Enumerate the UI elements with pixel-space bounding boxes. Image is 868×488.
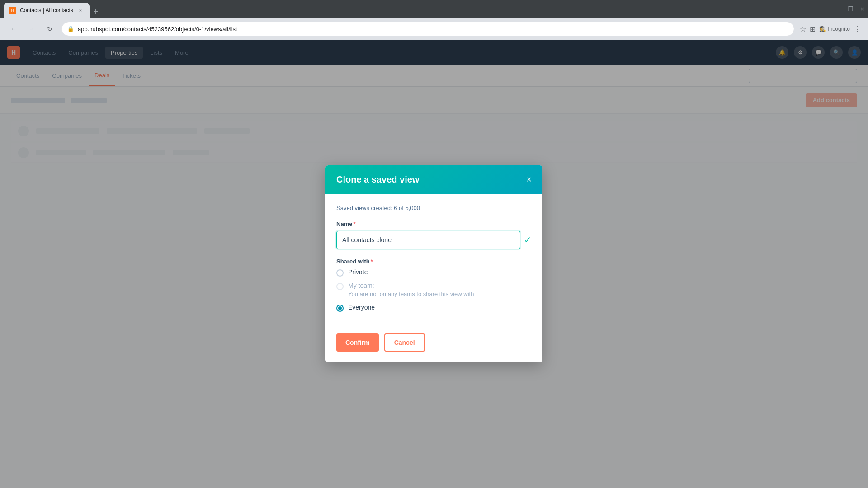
modal-close-button[interactable]: ×: [526, 175, 532, 184]
new-tab-button[interactable]: +: [90, 5, 102, 18]
name-input[interactable]: [336, 231, 520, 249]
shared-with-label: Shared with *: [336, 258, 532, 265]
radio-my-team-sublabel: You are not on any teams to share this v…: [348, 290, 474, 298]
page-content: H Contacts Companies Properties Lists Mo…: [0, 40, 868, 488]
lock-icon: 🔒: [67, 26, 74, 32]
check-icon: ✓: [524, 235, 532, 245]
browser-navbar: ← → ↻ 🔒 app.hubspot.com/contacts/4523956…: [0, 18, 868, 40]
address-bar[interactable]: 🔒 app.hubspot.com/contacts/45239562/obje…: [61, 22, 794, 36]
shared-with-section: Shared with * Private: [336, 258, 532, 312]
close-window-button[interactable]: ×: [861, 5, 864, 13]
radio-everyone-text: Everyone: [348, 304, 375, 311]
shared-with-required-star: *: [371, 258, 373, 265]
clone-view-modal: Clone a saved view × Saved views created…: [326, 165, 542, 362]
incognito-badge: 🕵 Incognito: [819, 26, 850, 32]
radio-my-team-input[interactable]: [336, 283, 344, 290]
radio-my-team-text: My team:: [348, 282, 474, 289]
incognito-label: Incognito: [828, 26, 850, 32]
active-tab[interactable]: H Contacts | All contacts ×: [4, 3, 90, 18]
extension-icon[interactable]: ⊞: [810, 25, 816, 33]
modal-title: Clone a saved view: [336, 174, 419, 185]
window-controls: − ❐ ×: [837, 5, 864, 13]
radio-everyone-label: Everyone: [348, 304, 375, 311]
radio-everyone[interactable]: Everyone: [336, 304, 532, 312]
cancel-button[interactable]: Cancel: [384, 333, 425, 352]
modal-footer: Confirm Cancel: [326, 333, 542, 362]
bookmark-icon[interactable]: ☆: [800, 25, 806, 33]
tab-title: Contacts | All contacts: [20, 7, 73, 14]
tab-strip: H Contacts | All contacts × +: [4, 0, 102, 18]
name-label: Name *: [336, 221, 532, 227]
radio-everyone-input[interactable]: [336, 305, 344, 312]
confirm-button[interactable]: Confirm: [336, 333, 379, 352]
radio-group: Private My team: You are not on any team…: [336, 268, 532, 312]
radio-private-text: Private: [348, 268, 368, 276]
minimize-button[interactable]: −: [837, 5, 840, 13]
saved-views-count: Saved views created: 6 of 5,000: [336, 205, 532, 211]
browser-titlebar: H Contacts | All contacts × + − ❐ ×: [0, 0, 868, 18]
browser-nav-right: ☆ ⊞ 🕵 Incognito ⋮: [800, 25, 861, 33]
modal-overlay: Clone a saved view × Saved views created…: [0, 40, 868, 488]
tab-close-button[interactable]: ×: [77, 7, 84, 14]
radio-private[interactable]: Private: [336, 268, 532, 277]
forward-button: →: [25, 23, 38, 35]
restore-button[interactable]: ❐: [848, 5, 854, 13]
more-options-icon[interactable]: ⋮: [854, 25, 861, 33]
back-button: ←: [7, 23, 20, 35]
url-text: app.hubspot.com/contacts/45239562/object…: [78, 26, 788, 33]
incognito-icon: 🕵: [819, 26, 826, 32]
tab-favicon: H: [9, 7, 16, 14]
modal-body: Saved views created: 6 of 5,000 Name * ✓…: [326, 194, 542, 333]
refresh-button[interactable]: ↻: [43, 23, 56, 35]
radio-my-team[interactable]: My team: You are not on any teams to sha…: [336, 282, 532, 298]
name-input-wrapper: ✓: [336, 231, 532, 249]
browser-frame: H Contacts | All contacts × + − ❐ × ← → …: [0, 0, 868, 488]
name-required-star: *: [353, 221, 355, 227]
radio-private-input[interactable]: [336, 269, 344, 277]
radio-private-label: Private: [348, 268, 368, 276]
radio-my-team-label: My team: You are not on any teams to sha…: [348, 282, 474, 298]
modal-header: Clone a saved view ×: [326, 165, 542, 194]
